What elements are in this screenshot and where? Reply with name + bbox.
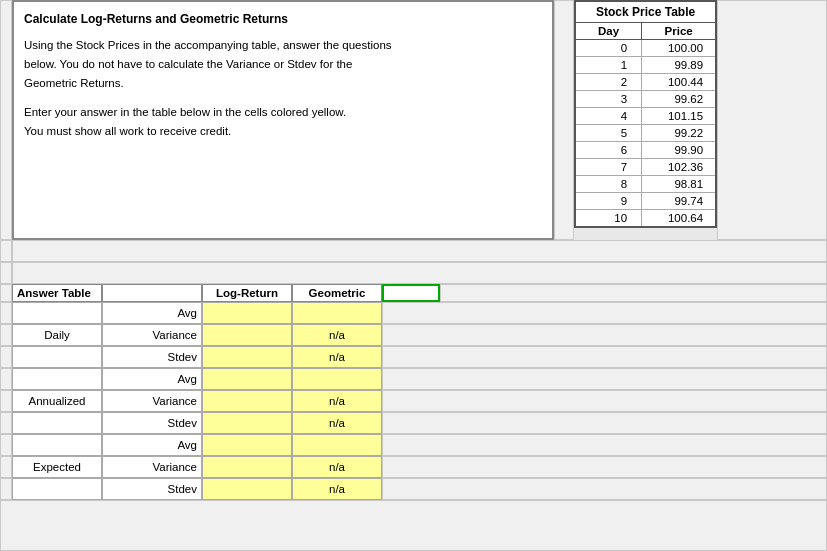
stock-row-price: 98.81: [642, 176, 717, 193]
sub-label-cell: Variance: [102, 456, 202, 478]
stock-row-price: 99.90: [642, 142, 717, 159]
geometric-cell: n/a: [292, 478, 382, 500]
section-label-cell: [12, 478, 102, 500]
log-return-header: Log-Return: [202, 284, 292, 302]
sub-label-cell: Stdev: [102, 346, 202, 368]
stock-row-price: 99.74: [642, 193, 717, 210]
sub-label-cell: Variance: [102, 390, 202, 412]
right-fill-top: [717, 0, 827, 240]
answer-table-row: ExpectedVariancen/a: [0, 456, 827, 478]
geometric-cell: n/a: [292, 412, 382, 434]
sub-label-cell: Avg: [102, 302, 202, 324]
stock-row-price: 99.22: [642, 125, 717, 142]
section-label-cell: [12, 368, 102, 390]
section-label-cell: Annualized: [12, 390, 102, 412]
answer-col2-header: [102, 284, 202, 302]
stock-row-price: 99.62: [642, 91, 717, 108]
stock-price-table-container: Stock Price Table Day Price 0100.00199.8…: [574, 0, 717, 240]
row-fill: [382, 412, 827, 434]
description-box: Calculate Log-Returns and Geometric Retu…: [12, 0, 554, 240]
row-num-cell: [0, 302, 12, 324]
row-fill: [382, 346, 827, 368]
log-return-cell[interactable]: [202, 368, 292, 390]
stock-row-price: 102.36: [642, 159, 717, 176]
stock-row-day: 0: [575, 40, 642, 57]
green-outline-cell: [382, 284, 440, 302]
geometric-cell: n/a: [292, 346, 382, 368]
stock-row-price: 100.00: [642, 40, 717, 57]
answer-table-row: Avg: [0, 302, 827, 324]
row-fill: [382, 368, 827, 390]
row-num-cell: [0, 324, 12, 346]
stock-row-day: 7: [575, 159, 642, 176]
log-return-cell[interactable]: [202, 412, 292, 434]
geometric-cell[interactable]: [292, 302, 382, 324]
row-num-cell: [0, 368, 12, 390]
row-fill: [382, 456, 827, 478]
log-return-cell[interactable]: [202, 390, 292, 412]
stock-row-price: 100.44: [642, 74, 717, 91]
spacer-row-2: [0, 262, 827, 284]
stock-row-price: 99.89: [642, 57, 717, 74]
answer-table-row: Avg: [0, 368, 827, 390]
answer-section: Answer Table Log-Return Geometric AvgDai…: [0, 284, 827, 551]
geometric-header: Geometric: [292, 284, 382, 302]
answer-table-row: Avg: [0, 434, 827, 456]
row-num-cell: [0, 412, 12, 434]
log-return-cell[interactable]: [202, 324, 292, 346]
page: Calculate Log-Returns and Geometric Retu…: [0, 0, 827, 551]
answer-right-fill: [440, 284, 827, 302]
stock-row-day: 2: [575, 74, 642, 91]
spacer-row-1: [0, 240, 827, 262]
stock-row-day: 8: [575, 176, 642, 193]
answer-table-row: Stdevn/a: [0, 346, 827, 368]
section-label-cell: [12, 412, 102, 434]
stock-table-day-header: Day: [575, 23, 642, 40]
section-label-cell: [12, 346, 102, 368]
row-fill: [382, 434, 827, 456]
stock-row-day: 4: [575, 108, 642, 125]
geometric-cell[interactable]: [292, 368, 382, 390]
answer-table-row: Stdevn/a: [0, 412, 827, 434]
description-instructions: Enter your answer in the table below in …: [24, 103, 542, 141]
stock-row-price: 101.15: [642, 108, 717, 125]
gap-cell: [554, 0, 574, 240]
answer-table-row: DailyVariancen/a: [0, 324, 827, 346]
log-return-cell[interactable]: [202, 478, 292, 500]
stock-row-day: 5: [575, 125, 642, 142]
sub-label-cell: Stdev: [102, 478, 202, 500]
sub-label-cell: Avg: [102, 368, 202, 390]
row-num-cell: [0, 434, 12, 456]
stock-price-table: Stock Price Table Day Price 0100.00199.8…: [574, 0, 717, 228]
answer-table-header-row: Answer Table Log-Return Geometric: [0, 284, 827, 302]
row-header-col: [0, 0, 12, 240]
row-fill: [382, 390, 827, 412]
row-fill: [382, 478, 827, 500]
log-return-cell[interactable]: [202, 302, 292, 324]
sub-label-cell: Avg: [102, 434, 202, 456]
log-return-cell[interactable]: [202, 456, 292, 478]
description-body: Using the Stock Prices in the accompanyi…: [24, 36, 542, 93]
row-num-cell: [0, 456, 12, 478]
sub-label-cell: Stdev: [102, 412, 202, 434]
section-label-cell: Expected: [12, 456, 102, 478]
row-fill: [382, 324, 827, 346]
sub-label-cell: Variance: [102, 324, 202, 346]
stock-row-day: 6: [575, 142, 642, 159]
row-num-cell: [0, 478, 12, 500]
geometric-cell[interactable]: [292, 434, 382, 456]
section-label-cell: [12, 434, 102, 456]
stock-table-title: Stock Price Table: [575, 1, 716, 23]
stock-table-price-header: Price: [642, 23, 717, 40]
bottom-fill: [0, 500, 827, 551]
geometric-cell: n/a: [292, 324, 382, 346]
section-label-cell: Daily: [12, 324, 102, 346]
row-num-cell: [0, 390, 12, 412]
log-return-cell[interactable]: [202, 434, 292, 456]
log-return-cell[interactable]: [202, 346, 292, 368]
answer-table-row: Stdevn/a: [0, 478, 827, 500]
row-fill: [382, 302, 827, 324]
answer-rows: AvgDailyVariancen/aStdevn/aAvgAnnualized…: [0, 302, 827, 500]
row-num-cell: [0, 346, 12, 368]
stock-row-day: 9: [575, 193, 642, 210]
